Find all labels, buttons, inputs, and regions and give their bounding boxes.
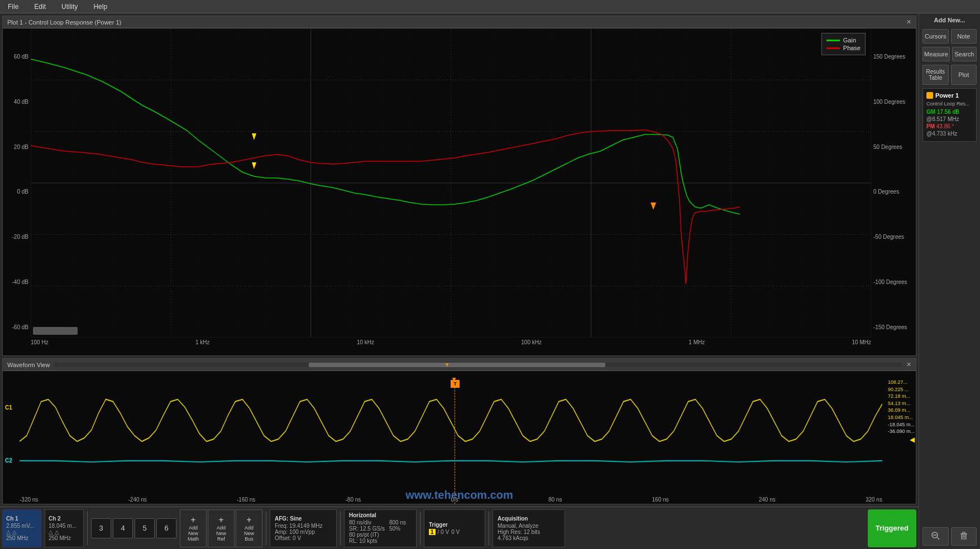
add-new-ref-button[interactable]: + AddNewRef <box>208 509 235 547</box>
wf-val-0: 108.27... <box>888 379 915 386</box>
y-label-right-3: 0 Degrees <box>871 189 916 195</box>
menu-utility[interactable]: Utility <box>58 2 81 12</box>
afg-amp: Amp: 100 mVpp <box>275 529 332 535</box>
num-btn-3[interactable]: 3 <box>91 518 111 538</box>
y-label-right-4: -50 Degrees <box>871 234 916 240</box>
y-label-right-6: -150 Degrees <box>871 324 916 330</box>
y-label-right-2: 50 Degrees <box>871 144 916 150</box>
plot-button[interactable]: Plot <box>951 65 977 85</box>
trash-button[interactable] <box>951 527 977 546</box>
trigger-title: Trigger <box>429 522 480 528</box>
plot-title-bar: Plot 1 - Control Loop Response (Power 1)… <box>3 16 916 28</box>
add-new-bus-button[interactable]: + AddNewBus <box>236 509 262 547</box>
wf-x-4: 0 s <box>451 497 458 503</box>
trigger-level: 0 V <box>451 529 460 535</box>
menu-edit[interactable]: Edit <box>31 2 49 12</box>
h-period: 800 ns <box>389 519 406 526</box>
add-new-math-button[interactable]: + AddNewMath <box>180 509 207 547</box>
status-bar: Ch 1 2.855 mV... △ △ 250 MHz Ch 2 18.045… <box>0 507 919 549</box>
y-label-5: -40 dB <box>3 279 31 285</box>
wf-val-6: -18.045 m... <box>888 421 915 428</box>
y-label-right-0: 150 Degrees <box>871 54 916 60</box>
pm-freq: @4.733 kHz <box>926 131 957 137</box>
pm-freq-line: @4.733 kHz <box>926 131 973 137</box>
gm-freq: @8.517 MHz <box>926 116 959 122</box>
h-pspt: 80 ps/pt (IT) <box>349 532 385 538</box>
plot-canvas-area[interactable]: 60 dB 40 dB 20 dB 0 dB -20 dB -40 dB -60… <box>3 28 916 355</box>
ch2-status-val1: 18.045 m... <box>49 523 80 529</box>
gray-bar <box>33 327 78 335</box>
triggered-button[interactable]: Triggered <box>868 509 916 547</box>
add-new-label: Add New... <box>922 17 977 23</box>
wf-x-0: -320 ns <box>20 497 38 503</box>
ch2-status-val2: △ △ <box>49 529 80 535</box>
results-table-button[interactable]: ResultsTable <box>922 65 949 85</box>
num-btn-6[interactable]: 6 <box>156 518 176 538</box>
num-btn-4[interactable]: 4 <box>113 518 133 538</box>
wf-x-5: 80 ns <box>548 497 562 503</box>
note-button[interactable]: Note <box>951 29 977 44</box>
waveform-container: Waveform View ▼ ✕ C1 C2 ▼ <box>2 358 916 504</box>
h-nspdiv: 80 ns/div <box>349 519 385 526</box>
menu-file[interactable]: File <box>4 2 22 12</box>
add-buttons-group: + AddNewMath + AddNewRef + AddNewBus <box>180 509 262 547</box>
wf-x-2: -160 ns <box>237 497 255 503</box>
h-rl: RL: 10 kpts <box>349 538 385 544</box>
y-label-2: 20 dB <box>3 144 31 150</box>
gm-line: GM 17.56 dB <box>926 109 973 115</box>
power-section: Power 1 Control Loop Res... GM 17.56 dB … <box>922 88 977 142</box>
orange-marker <box>651 203 656 210</box>
gm-label: GM <box>926 109 935 115</box>
wf-x-7: 240 ns <box>759 497 776 503</box>
waveform-title: Waveform View <box>7 362 50 368</box>
afg-offset: Offset: 0 V <box>275 535 332 541</box>
ch1-waveform <box>20 399 882 441</box>
ch1-status-val1: 2.855 mV... <box>6 523 37 529</box>
plot-close-button[interactable]: ✕ <box>906 18 911 26</box>
acq-res: High Res: 12 bits <box>498 529 560 535</box>
wf-x-6: 160 ns <box>652 497 669 503</box>
waveform-x-labels: -320 ns -240 ns -160 ns -80 ns 0 s 80 ns… <box>20 497 882 503</box>
h-pct: 50% <box>389 526 406 532</box>
horizontal-title: Horizontal <box>349 512 412 518</box>
y-label-right-5: -100 Degrees <box>871 279 916 285</box>
plot-svg <box>31 28 871 338</box>
svg-line-32 <box>937 537 939 540</box>
cursors-button[interactable]: Cursors <box>922 29 949 44</box>
search-button[interactable]: Search <box>952 47 977 61</box>
waveform-svg <box>20 379 882 493</box>
zoom-minus-button[interactable] <box>922 527 949 546</box>
legend-phase: Phase <box>826 45 861 51</box>
ch2-status-title: Ch 2 <box>49 516 80 522</box>
h-sr: SR: 12.5 GS/s <box>349 526 385 532</box>
legend-gain: Gain <box>826 37 861 44</box>
legend-phase-color <box>826 47 840 49</box>
measure-button[interactable]: Measure <box>922 47 950 61</box>
acq-title: Acquisition <box>498 516 560 522</box>
waveform-canvas-area[interactable]: C1 C2 ▼ T -320 ns -240 ns <box>3 371 916 504</box>
wf-x-3: -80 ns <box>346 497 361 503</box>
wf-val-7: -36.090 m... <box>888 428 915 435</box>
acquisition-box: Acquisition Manual, Analyze High Res: 12… <box>493 509 565 547</box>
y-axis-left: 60 dB 40 dB 20 dB 0 dB -20 dB -40 dB -60… <box>3 28 31 355</box>
wf-x-8: 320 ns <box>866 497 882 503</box>
measure-search-row: Measure Search <box>922 47 977 61</box>
phase-trace <box>31 130 740 284</box>
ch1-status-freq: 250 MHz <box>6 535 37 541</box>
cursors-note-row: Cursors Note <box>922 29 977 44</box>
legend-gain-color <box>826 40 840 41</box>
y-axis-right: 150 Degrees 100 Degrees 50 Degrees 0 Deg… <box>871 28 916 355</box>
pm-line: PM 43.86 ° <box>926 123 973 129</box>
plot-legend: Gain Phase <box>821 33 866 55</box>
menu-help[interactable]: Help <box>90 2 111 12</box>
afg-box: AFG: Sine Freq: 19.4149 MHz Amp: 100 mVp… <box>270 509 337 547</box>
ch2-waveform <box>20 461 882 462</box>
afg-title: AFG: Sine <box>275 516 332 522</box>
trigger-box: Trigger 1 / 0 V 0 V <box>424 509 485 547</box>
acq-mode: Manual, Analyze <box>498 523 560 529</box>
x-label-1: 1 kHz <box>195 339 210 345</box>
waveform-close[interactable]: ✕ <box>906 361 911 368</box>
y-label-0: 60 dB <box>3 54 31 60</box>
plot-container: Plot 1 - Control Loop Response (Power 1)… <box>2 16 916 356</box>
num-btn-5[interactable]: 5 <box>135 518 155 538</box>
